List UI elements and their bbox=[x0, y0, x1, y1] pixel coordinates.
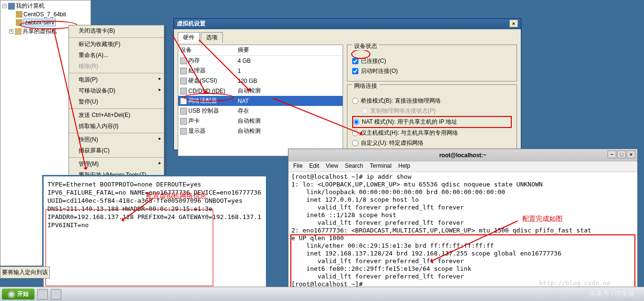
watermark: 头条号 / IT生涯 bbox=[589, 289, 634, 298]
device-row-cpu[interactable]: 处理器1 bbox=[178, 66, 343, 76]
menu-search[interactable]: Search bbox=[345, 162, 363, 171]
tree-item-label: CentOS_7_64bit bbox=[23, 11, 66, 18]
network-connection-group: 网络连接 桥接模式(B): 直接连接物理网络 复制物理网络连接状态(P) NAT… bbox=[347, 84, 517, 153]
vm-icon bbox=[16, 11, 23, 18]
tab-options[interactable]: 选项 bbox=[201, 32, 223, 43]
separator bbox=[69, 37, 164, 38]
separator bbox=[69, 108, 164, 109]
col-summary: 摘要 bbox=[238, 46, 249, 54]
chk-replicate: 复制物理网络连接状态(P) bbox=[352, 106, 512, 116]
menu-file[interactable]: File bbox=[293, 162, 302, 171]
tree-root[interactable]: − 我的计算机 bbox=[1, 1, 90, 11]
disk-icon bbox=[180, 78, 187, 84]
checkbox[interactable] bbox=[352, 58, 358, 64]
cpu-icon bbox=[180, 68, 187, 74]
close-button[interactable]: × bbox=[627, 150, 635, 158]
dev-summary: 自动检测 bbox=[238, 127, 261, 135]
radio-hostonly[interactable]: 仅主机模式(H): 与主机共享的专用网络 bbox=[352, 128, 512, 138]
dev-label: USB 控制器 bbox=[188, 107, 219, 115]
status-text: 要将输入定向到该 bbox=[0, 266, 50, 278]
dev-summary: 存在 bbox=[238, 107, 249, 115]
task-icon[interactable] bbox=[51, 289, 61, 300]
radio-label: 仅主机模式(H): 与主机共享的专用网络 bbox=[361, 129, 458, 137]
radio-label: NAT 模式(N): 用于共享主机的 IP 地址 bbox=[362, 118, 457, 126]
terminal-menubar: File Edit View Search Terminal Help bbox=[288, 162, 637, 172]
ctx-bookmark[interactable]: 标记为收藏项(F) bbox=[69, 39, 164, 50]
radio-nat[interactable]: NAT 模式(N): 用于共享主机的 IP 地址 bbox=[352, 116, 512, 128]
ctx-send-cad[interactable]: 发送 Ctrl+Alt+Del(E) bbox=[69, 110, 164, 121]
vm-context-menu: 关闭选项卡(B) 标记为收藏项(F) 重命名(A)... 移除(R) 电源(P)… bbox=[69, 25, 164, 197]
menu-edit[interactable]: Edit bbox=[309, 162, 319, 171]
collapse-icon[interactable]: − bbox=[2, 4, 7, 8]
checkbox bbox=[362, 108, 368, 114]
device-row-disk[interactable]: 硬盘(SCSI)120 GB bbox=[178, 76, 343, 86]
radio[interactable] bbox=[352, 98, 358, 104]
device-row-display[interactable]: 显示器自动检测 bbox=[178, 126, 343, 136]
start-label: 开始 bbox=[17, 290, 29, 298]
annotation-done: 配置完成如图 bbox=[522, 215, 563, 223]
tab-hardware[interactable]: 硬件 bbox=[178, 32, 200, 43]
display-icon bbox=[180, 128, 187, 135]
minimize-button[interactable]: − bbox=[608, 150, 616, 158]
ctx-rename[interactable]: 重命名(A)... bbox=[69, 50, 164, 61]
tabs: 硬件 选项 bbox=[174, 29, 521, 43]
usb-icon bbox=[180, 108, 187, 115]
device-row-usb[interactable]: USB 控制器存在 bbox=[178, 106, 343, 116]
radio-custom[interactable]: 自定义(U): 特定虚拟网络 bbox=[352, 138, 512, 148]
ctx-power[interactable]: 电源(P) bbox=[69, 74, 164, 85]
separator bbox=[69, 133, 164, 133]
chk-connected[interactable]: 已连接(C) bbox=[352, 56, 512, 66]
dev-summary: NAT bbox=[238, 98, 249, 104]
radio-bridged[interactable]: 桥接模式(B): 直接连接物理网络 bbox=[352, 96, 512, 106]
dev-summary: 1 bbox=[238, 68, 241, 74]
ctx-snapshot[interactable]: 快照(N) bbox=[69, 134, 164, 145]
terminal-body[interactable]: [root@localhost ~]# ip addr show 1: lo: … bbox=[288, 172, 637, 289]
tab-hw-label: 硬件 bbox=[183, 34, 195, 41]
task-icon[interactable] bbox=[37, 289, 48, 300]
separator bbox=[69, 73, 164, 73]
radio-label: 桥接模式(B): 直接连接物理网络 bbox=[361, 97, 441, 105]
tree-item-centos[interactable]: CentOS_7_64bit bbox=[1, 11, 90, 18]
window-title: 虚拟机设置 bbox=[177, 20, 206, 28]
menu-view[interactable]: View bbox=[326, 162, 338, 171]
highlight-box bbox=[46, 209, 213, 286]
shared-icon bbox=[15, 28, 22, 35]
close-button[interactable]: × bbox=[509, 20, 518, 27]
device-list-header: 设备 摘要 bbox=[178, 45, 343, 56]
dev-summary: 4 GB bbox=[238, 58, 251, 64]
sound-icon bbox=[180, 118, 187, 125]
ctx-removable[interactable]: 可移动设备(D) bbox=[69, 85, 164, 96]
maximize-button[interactable]: □ bbox=[617, 150, 626, 158]
ctx-capture[interactable]: 捕获屏幕(C) bbox=[69, 145, 164, 156]
device-settings-pane: 设备状态 已连接(C) 启动时连接(O) 网络连接 桥接模式(B): 直接连接物… bbox=[347, 45, 517, 156]
expand-icon[interactable]: + bbox=[9, 29, 13, 34]
ctx-pause[interactable]: 暂停(U) bbox=[69, 96, 164, 107]
blog-url-watermark: http://blog.csdn.ne bbox=[539, 279, 610, 287]
dev-summary: 自动检测 bbox=[238, 117, 261, 125]
taskbar: 开始 bbox=[0, 287, 644, 301]
chk-connect-on-start[interactable]: 启动时连接(O) bbox=[352, 66, 512, 76]
dev-label: 显示器 bbox=[188, 127, 206, 135]
checkbox[interactable] bbox=[352, 68, 358, 74]
tree-root-label: 我的计算机 bbox=[16, 2, 45, 10]
titlebar: 虚拟机设置 × bbox=[174, 19, 521, 29]
menu-terminal[interactable]: Terminal bbox=[370, 162, 391, 171]
radio-label: 自定义(U): 特定虚拟网络 bbox=[361, 139, 424, 147]
highlight-ellipse bbox=[351, 49, 370, 59]
ctx-remove: 移除(R) bbox=[69, 61, 164, 72]
menu-help[interactable]: Help bbox=[398, 162, 410, 171]
annotation-config: 配置虚拟机网络信息 bbox=[146, 192, 207, 200]
chk-label: 复制物理网络连接状态(P) bbox=[370, 107, 436, 115]
ctx-grab[interactable]: 抓取输入内容(I) bbox=[69, 121, 164, 132]
radio[interactable] bbox=[353, 119, 359, 125]
device-row-memory[interactable]: 内存4 GB bbox=[178, 56, 343, 66]
vm-settings-window: 虚拟机设置 × 硬件 选项 设备 摘要 内存4 GB 处理器1 硬盘(SCSI)… bbox=[173, 18, 521, 150]
cd-icon bbox=[180, 88, 187, 94]
ctx-close-tab[interactable]: 关闭选项卡(B) bbox=[69, 25, 164, 36]
device-row-sound[interactable]: 声卡自动检测 bbox=[178, 116, 343, 126]
terminal-titlebar: root@localhost:~ − □ × bbox=[288, 149, 637, 162]
dev-label: 内存 bbox=[188, 57, 200, 65]
chk-label: 启动时连接(O) bbox=[361, 67, 398, 75]
start-button[interactable]: 开始 bbox=[2, 289, 34, 300]
radio[interactable] bbox=[352, 140, 358, 146]
